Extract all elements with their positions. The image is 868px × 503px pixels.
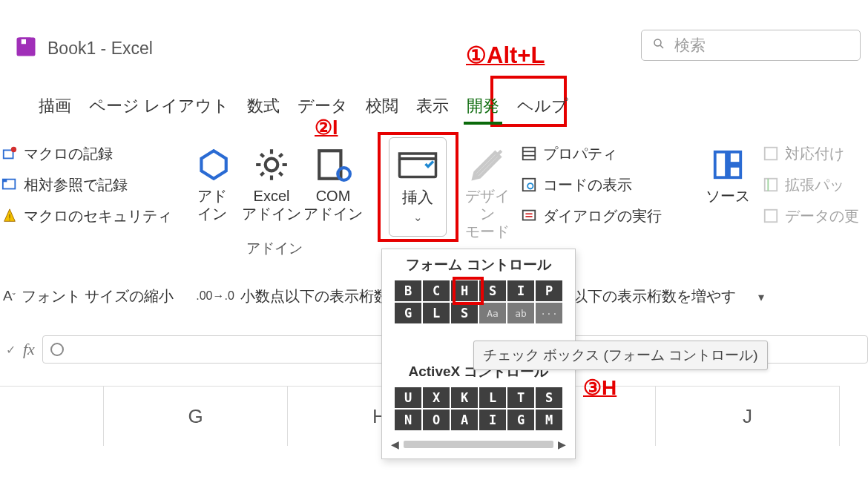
tab-view[interactable]: 表示: [407, 88, 458, 126]
design-mode-button[interactable]: デザイン モード: [458, 139, 516, 240]
ax-tile-x[interactable]: X: [423, 387, 450, 408]
ax-tile-s[interactable]: S: [536, 387, 562, 408]
macro-security-icon: !: [1, 208, 18, 224]
use-relative-refs-button[interactable]: 相対参照で記録: [1, 169, 172, 200]
record-macro-button[interactable]: マクロの記録: [1, 138, 172, 169]
annotation-step1-label: ①Alt+L: [466, 42, 545, 69]
scroll-left-icon[interactable]: ◀: [391, 438, 399, 450]
insert-label: 挿入: [402, 187, 433, 208]
form-controls-heading: フォーム コントロール: [382, 249, 575, 279]
tab-draw[interactable]: 描画: [30, 88, 80, 126]
relative-refs-icon: [1, 177, 18, 193]
insert-controls-button[interactable]: 挿入 ⌄: [389, 137, 447, 237]
ax-tile-u[interactable]: U: [395, 387, 421, 408]
tab-page-layout[interactable]: ページ レイアウト: [80, 88, 238, 126]
run-dialog-button[interactable]: ダイアログの実行: [521, 200, 662, 231]
svg-point-21: [527, 183, 533, 188]
tab-review[interactable]: 校閲: [357, 88, 407, 126]
design-mode-icon: [469, 142, 506, 187]
form-tile-p[interactable]: P: [536, 280, 562, 301]
ax-tile-t[interactable]: T: [507, 387, 534, 408]
font-decrease-icon: Aˇ: [3, 288, 16, 304]
xml-group: ソース: [702, 139, 754, 205]
expansion-pack-button[interactable]: 拡張パッ: [763, 169, 859, 200]
form-tile-i[interactable]: I: [507, 280, 534, 301]
macro-security-label: マクロのセキュリティ: [24, 206, 172, 226]
run-dialog-icon: [521, 208, 537, 224]
macro-security-button[interactable]: ! マクロのセキュリティ: [1, 200, 172, 231]
view-code-icon: [521, 177, 537, 193]
col-head-g[interactable]: G: [104, 387, 288, 446]
source-label: ソース: [706, 187, 750, 205]
xml-cmds-group: 対応付け 拡張パッ データの更: [763, 138, 859, 231]
form-tile-d2: ab: [507, 303, 534, 323]
svg-line-4: [660, 45, 663, 48]
formula-check-icon[interactable]: ✓: [6, 343, 16, 357]
svg-rect-25: [715, 152, 726, 178]
search-box[interactable]: 検索: [641, 30, 861, 61]
svg-rect-26: [729, 152, 740, 163]
window-title: Book1 - Excel: [47, 39, 153, 59]
control-cmds-group: プロパティ コードの表示 ダイアログの実行: [521, 138, 662, 231]
ax-tile-a[interactable]: A: [451, 410, 478, 430]
refresh-data-button[interactable]: データの更: [763, 200, 859, 231]
source-button[interactable]: ソース: [702, 139, 754, 205]
map-properties-icon: [763, 145, 779, 162]
form-tile-g[interactable]: G: [395, 303, 421, 323]
svg-rect-2: [27, 39, 29, 44]
view-code-label: コードの表示: [543, 175, 632, 195]
ax-tile-n[interactable]: N: [395, 410, 421, 430]
formula-circle-icon: [50, 343, 64, 356]
map-properties-button[interactable]: 対応付け: [763, 138, 859, 169]
font-decrease-button[interactable]: Aˇ フォント サイズの縮小: [3, 286, 174, 306]
ax-tile-g[interactable]: G: [507, 410, 534, 430]
addins-button[interactable]: アド イン: [183, 139, 242, 223]
ax-tile-o[interactable]: O: [423, 410, 450, 430]
tab-help[interactable]: ヘルプ: [508, 88, 577, 126]
decimal-increase-button[interactable]: 以下の表示桁数を増やす: [573, 286, 736, 306]
form-tile-l[interactable]: L: [423, 303, 450, 323]
svg-rect-8: [3, 180, 7, 183]
gear-icon: [253, 142, 290, 187]
com-addins-button[interactable]: COM アドイン: [301, 139, 365, 223]
ax-tile-k[interactable]: K: [451, 387, 478, 408]
search-icon: [652, 37, 665, 53]
form-tile-h[interactable]: H: [451, 280, 478, 301]
ax-tile-l[interactable]: L: [479, 387, 506, 408]
fx-label: fx: [23, 340, 35, 359]
col-head-f-blank[interactable]: [0, 387, 104, 446]
record-macro-icon: [1, 145, 18, 162]
annotation-step3-label: ③H: [583, 375, 617, 400]
design-mode-label: デザイン モード: [458, 187, 516, 240]
svg-rect-15: [400, 159, 436, 177]
svg-point-3: [654, 39, 661, 46]
titlebar: Book1 - Excel: [15, 36, 153, 61]
ax-tile-m[interactable]: M: [536, 410, 562, 430]
tab-developer[interactable]: 開発: [458, 88, 508, 126]
popup-scrollbar[interactable]: ◀ ▶: [391, 438, 566, 451]
col-head-j[interactable]: J: [656, 387, 840, 446]
decimal-decrease-button[interactable]: .00→.0 小数点以下の表示桁数: [196, 286, 389, 306]
annotation-step2-label: ②I: [315, 116, 338, 139]
scroll-track[interactable]: [404, 441, 553, 448]
excel-addins-button[interactable]: Excel アドイン: [242, 139, 301, 223]
expansion-pack-label: 拡張パッ: [785, 175, 844, 195]
qat-overflow-button[interactable]: ▾: [758, 288, 764, 305]
ax-tile-i[interactable]: I: [479, 410, 506, 430]
form-tile-c[interactable]: C: [423, 280, 450, 301]
activex-controls-grid: U X K L T S N O A I G M: [382, 386, 575, 432]
form-tile-b[interactable]: B: [395, 280, 421, 301]
refresh-data-icon: [763, 208, 779, 224]
save-icon[interactable]: [15, 36, 37, 61]
view-code-button[interactable]: コードの表示: [521, 169, 662, 200]
ribbon-tabs: 描画 ページ レイアウト 数式 データ 校閲 表示 開発 ヘルプ: [30, 88, 577, 126]
scroll-right-icon[interactable]: ▶: [558, 438, 566, 450]
svg-point-12: [266, 159, 278, 171]
svg-rect-22: [523, 211, 536, 220]
form-tile-s2[interactable]: S: [451, 303, 478, 323]
ribbon-body: マクロの記録 相対参照で記録 ! マクロのセキュリティ アド イン Excel …: [0, 134, 868, 252]
tab-formulas[interactable]: 数式: [238, 88, 289, 126]
properties-button[interactable]: プロパティ: [521, 138, 662, 169]
form-tile-s[interactable]: S: [479, 280, 506, 301]
expansion-pack-icon: [763, 177, 779, 193]
